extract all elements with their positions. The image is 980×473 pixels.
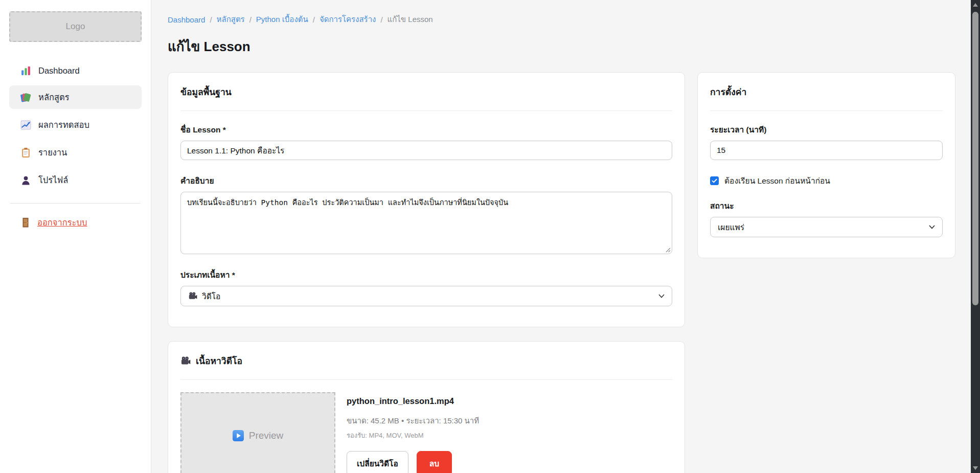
clipboard-icon [20, 147, 31, 158]
settings-card: การตั้งค่า ระยะเวลา (นาที) ต้องเรียน Les… [697, 72, 955, 258]
breadcrumb-separator: / [380, 15, 382, 24]
delete-video-button[interactable]: ลบ [417, 451, 452, 473]
scrollbar-down-arrow[interactable] [971, 464, 980, 472]
video-meta: ขนาด: 45.2 MB • ระยะเวลา: 15:30 นาที [347, 415, 479, 427]
breadcrumb-link-dashboard[interactable]: Dashboard [168, 15, 205, 24]
video-details: python_intro_lesson1.mp4 ขนาด: 45.2 MB •… [347, 392, 479, 473]
content-row: ข้อมูลพื้นฐาน ชื่อ Lesson * คำอธิบาย [168, 72, 971, 473]
video-supported-formats: รองรับ: MP4, MOV, WebM [347, 430, 479, 441]
prerequisite-label: ต้องเรียน Lesson ก่อนหน้าก่อน [724, 174, 830, 187]
description-textarea[interactable] [180, 192, 672, 254]
video-content-card-header: เนื้อหาวิดีโอ [180, 354, 672, 380]
lesson-name-label: ชื่อ Lesson * [180, 123, 672, 136]
lesson-name-field-group: ชื่อ Lesson * [180, 123, 672, 160]
chart-increasing-icon [20, 120, 31, 130]
video-content-card-title: เนื้อหาวิดีโอ [196, 354, 242, 368]
scrollbar-thumb[interactable] [972, 12, 978, 305]
sidebar-item-label: Dashboard [38, 66, 80, 76]
logout-link[interactable]: ออกจากระบบ [9, 216, 142, 229]
basic-info-card: ข้อมูลพื้นฐาน ชื่อ Lesson * คำอธิบาย [168, 72, 685, 327]
lesson-name-input[interactable] [180, 141, 672, 160]
sidebar-item-test-results[interactable]: ผลการทดสอบ [9, 113, 142, 137]
right-column: การตั้งค่า ระยะเวลา (นาที) ต้องเรียน Les… [697, 72, 955, 258]
status-value: เผยแพร่ [718, 221, 744, 234]
status-select[interactable]: เผยแพร่ [710, 217, 943, 237]
logout-label: ออกจากระบบ [37, 216, 87, 229]
content-type-value: วิดีโอ [202, 290, 220, 303]
chevron-down-icon [929, 225, 935, 229]
breadcrumb-link-course[interactable]: Python เบื้องต้น [256, 13, 308, 26]
sidebar-item-reports[interactable]: รายงาน [9, 141, 142, 164]
left-column: ข้อมูลพื้นฐาน ชื่อ Lesson * คำอธิบาย [168, 72, 685, 473]
scrollbar-up-arrow[interactable] [971, 1, 980, 9]
chevron-down-icon [658, 294, 665, 298]
settings-card-title: การตั้งค่า [710, 85, 943, 111]
video-row: Preview python_intro_lesson1.mp4 ขนาด: 4… [180, 392, 672, 473]
description-field-group: คำอธิบาย [180, 174, 672, 254]
breadcrumb-current: แก้ไข Lesson [388, 13, 433, 26]
video-filename: python_intro_lesson1.mp4 [347, 396, 479, 406]
play-button-icon [233, 430, 244, 441]
basic-info-card-title: ข้อมูลพื้นฐาน [180, 85, 672, 111]
person-icon [20, 175, 31, 186]
sidebar-item-label: ผลการทดสอบ [38, 118, 89, 131]
duration-label: ระยะเวลา (นาที) [710, 123, 943, 136]
preview-label: Preview [249, 430, 284, 441]
page-scrollbar[interactable] [971, 0, 980, 473]
sidebar-nav: Dashboard หลักสูตร ผลการทดสอบ [9, 60, 142, 192]
movie-camera-icon [188, 291, 197, 301]
video-content-card: เนื้อหาวิดีโอ Previ [168, 341, 685, 473]
duration-field-group: ระยะเวลา (นาที) [710, 123, 943, 160]
logo-text: Logo [66, 21, 85, 32]
content-type-select[interactable]: วิดีโอ [180, 286, 672, 306]
sidebar-item-profile[interactable]: โปรไฟล์ [9, 168, 142, 192]
sidebar-item-dashboard[interactable]: Dashboard [9, 60, 142, 81]
sidebar-item-label: หลักสูตร [38, 91, 70, 104]
status-label: สถานะ [710, 199, 943, 212]
door-icon [20, 217, 31, 228]
textarea-resize-handle[interactable] [665, 246, 671, 253]
movie-camera-icon [180, 356, 191, 366]
breadcrumb-separator: / [249, 15, 252, 24]
prerequisite-checkbox[interactable] [710, 176, 719, 185]
breadcrumb-separator: / [210, 15, 212, 24]
status-field-group: สถานะ เผยแพร่ [710, 199, 943, 237]
page-title: แก้ไข Lesson [168, 36, 971, 57]
content-type-label: ประเภทเนื้อหา * [180, 268, 672, 281]
main-content: Dashboard / หลักสูตร / Python เบื้องต้น … [151, 0, 971, 473]
logo-placeholder: Logo [9, 11, 142, 42]
sidebar-divider [10, 203, 141, 204]
sidebar-item-label: โปรไฟล์ [38, 173, 68, 187]
breadcrumb-link-structure[interactable]: จัดการโครงสร้าง [320, 13, 376, 26]
breadcrumb-separator: / [313, 15, 315, 24]
bar-chart-icon [20, 65, 31, 76]
prerequisite-row: ต้องเรียน Lesson ก่อนหน้าก่อน [710, 174, 943, 187]
sidebar-item-label: รายงาน [38, 146, 67, 159]
content-type-field-group: ประเภทเนื้อหา * วิดีโอ [180, 268, 672, 306]
duration-input[interactable] [710, 141, 943, 160]
description-label: คำอธิบาย [180, 174, 672, 187]
breadcrumb-link-courses[interactable]: หลักสูตร [217, 13, 245, 26]
change-video-button[interactable]: เปลี่ยนวิดีโอ [347, 451, 408, 473]
checkmark-icon [711, 177, 718, 184]
sidebar: Logo Dashboard หลักสูตร [0, 0, 151, 473]
breadcrumb: Dashboard / หลักสูตร / Python เบื้องต้น … [168, 13, 971, 26]
video-buttons: เปลี่ยนวิดีโอ ลบ [347, 451, 479, 473]
video-preview-placeholder[interactable]: Preview [180, 392, 335, 473]
books-icon [20, 92, 31, 103]
sidebar-item-courses[interactable]: หลักสูตร [9, 85, 142, 109]
